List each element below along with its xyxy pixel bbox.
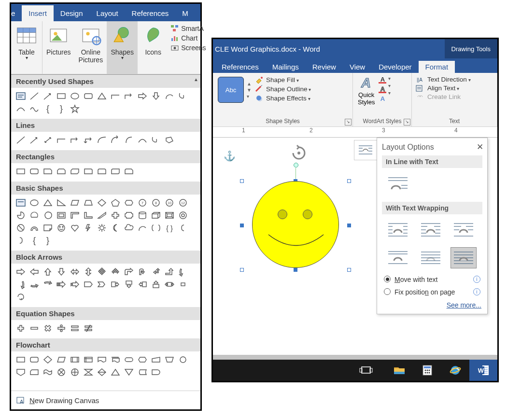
textbox-shape[interactable] (14, 196, 28, 209)
elbow-double-arrow-shape[interactable] (82, 134, 95, 146)
right-arrow-callout-shape[interactable] (109, 278, 122, 291)
shape-effects-button[interactable]: Shape Effects (254, 94, 311, 102)
octagon-shape[interactable]: 8 (149, 196, 163, 209)
round-single-shape[interactable] (82, 165, 95, 178)
tab-view[interactable]: View (343, 61, 372, 73)
shapes-scrollbar[interactable]: ▲ (192, 75, 200, 409)
equal-shape[interactable] (68, 322, 82, 335)
folded-corner-shape[interactable] (41, 222, 55, 234)
pentagon-arrow-shape[interactable] (82, 278, 95, 291)
close-button[interactable]: ✕ (477, 142, 483, 152)
pictures-button[interactable]: Pictures (42, 21, 75, 74)
quick-styles-button[interactable]: A Quick Styles (356, 75, 377, 106)
division-shape[interactable] (55, 322, 68, 335)
bent-up-arrow-shape[interactable] (163, 266, 176, 278)
file-explorer-button[interactable] (385, 360, 413, 381)
tab-format[interactable]: Format (419, 61, 455, 73)
word-button[interactable]: W (469, 360, 497, 381)
oval-shape[interactable] (68, 90, 82, 102)
triangle-shape[interactable] (95, 90, 109, 102)
right-bracket-shape[interactable] (14, 234, 28, 247)
donut-shape[interactable] (176, 209, 190, 222)
gallery-down-icon[interactable]: ▼ (247, 87, 252, 93)
curve-shape[interactable] (136, 134, 149, 146)
curve-shape[interactable] (14, 102, 28, 115)
layout-tight[interactable] (418, 219, 444, 240)
shape-styles-dialog-launcher[interactable]: ↘ (345, 119, 352, 126)
smartart-button[interactable]: SmartA (169, 24, 207, 33)
heptagon-shape[interactable]: 7 (136, 196, 149, 209)
layout-through[interactable] (451, 219, 477, 240)
flowchart-internal-storage-shape[interactable] (82, 353, 95, 366)
snip-single-shape[interactable] (41, 165, 55, 178)
rotation-handle[interactable] (294, 163, 298, 168)
flowchart-extract-shape[interactable] (109, 366, 122, 378)
striped-right-arrow-shape[interactable] (55, 278, 68, 291)
dodecagon-shape[interactable]: 12 (176, 196, 190, 209)
flowchart-summing-shape[interactable] (55, 366, 68, 378)
tab-design[interactable]: Design (54, 5, 90, 21)
screenshot-button[interactable]: Screens (169, 43, 207, 52)
smiley-shape-selection[interactable] (240, 162, 351, 287)
resize-handle-nw[interactable] (240, 179, 244, 183)
round-same-shape[interactable] (95, 165, 109, 178)
quad-arrow-callout[interactable] (176, 278, 190, 291)
star-shape[interactable] (68, 102, 82, 115)
rounded-rectangle-shape[interactable] (82, 90, 95, 102)
chord-shape[interactable] (28, 209, 41, 222)
chart-button[interactable]: Chart (169, 34, 207, 42)
resize-handle-sw[interactable] (240, 268, 244, 272)
double-bracket-shape[interactable] (149, 222, 163, 234)
left-right-arrow-callout[interactable] (163, 278, 176, 291)
tab-review[interactable]: Review (306, 61, 343, 73)
layout-top-bottom[interactable] (385, 247, 411, 268)
pentagon-shape[interactable] (109, 196, 122, 209)
line-shape[interactable] (28, 90, 41, 102)
notched-right-arrow-shape[interactable] (68, 278, 82, 291)
shape-style-preset[interactable]: Abc (218, 77, 244, 103)
trapezoid-shape[interactable] (82, 196, 95, 209)
sun-shape[interactable] (95, 222, 109, 234)
flowchart-data-shape[interactable] (55, 353, 68, 366)
block-arc-shape[interactable] (28, 222, 41, 234)
bent-arrow-shape[interactable] (122, 266, 136, 278)
flowchart-document-shape[interactable] (95, 353, 109, 366)
freeform-shape[interactable] (176, 90, 190, 102)
tab-references[interactable]: References (125, 5, 176, 21)
tab-references[interactable]: References (215, 61, 266, 73)
left-up-arrow-shape[interactable] (149, 266, 163, 278)
left-brace-shape[interactable]: { (41, 102, 55, 115)
layout-options-button[interactable] (354, 140, 377, 160)
resize-handle-w[interactable] (240, 224, 244, 227)
curved-double-arrow-shape[interactable] (122, 134, 136, 146)
resize-handle-se[interactable] (347, 268, 351, 272)
shape-fill-button[interactable]: Shape Fill (254, 76, 311, 84)
arc-shape[interactable] (163, 90, 176, 102)
snip-same-shape[interactable] (55, 165, 68, 178)
l-shape[interactable] (82, 209, 95, 222)
oval-shape[interactable] (28, 196, 41, 209)
gallery-more-icon[interactable]: ▾ (247, 94, 252, 99)
shape-outline-button[interactable]: Shape Outline (254, 85, 311, 93)
layout-behind-text[interactable] (418, 247, 444, 268)
flowchart-alt-process-shape[interactable] (28, 353, 41, 366)
left-right-arrow-shape[interactable] (68, 266, 82, 278)
curved-connector-shape[interactable] (95, 134, 109, 146)
icons-button[interactable]: Icons (138, 21, 169, 74)
wave-shape[interactable] (28, 102, 41, 115)
text-outline-button[interactable]: A (379, 85, 386, 93)
left-arrow-shape[interactable] (28, 266, 41, 278)
line-shape[interactable] (14, 134, 28, 146)
resize-handle-s[interactable] (294, 268, 297, 272)
horizontal-ruler[interactable]: 1 2 3 4 (213, 127, 497, 138)
arc-shape[interactable] (136, 222, 149, 234)
elbow-connector-shape[interactable] (109, 90, 122, 102)
line-arrow-shape[interactable] (41, 90, 55, 102)
layout-square[interactable] (385, 219, 411, 240)
freeform-closed-shape[interactable] (163, 134, 176, 146)
move-with-text-radio[interactable]: Move with text i (382, 273, 482, 286)
wordart-dialog-launcher[interactable]: ↘ (404, 119, 410, 126)
curved-right-arrow-shape[interactable] (176, 266, 190, 278)
curved-down-arrow-shape[interactable] (41, 278, 55, 291)
heart-shape[interactable] (68, 222, 82, 234)
